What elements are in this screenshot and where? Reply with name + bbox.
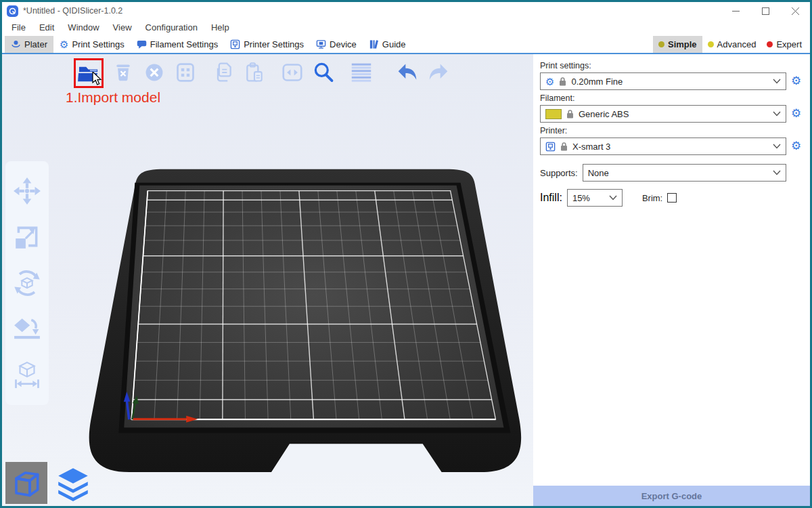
supports-select[interactable]: None [583,164,786,182]
mode-expert[interactable]: Expert [761,36,807,53]
app-icon [7,5,18,17]
printer-select[interactable]: X-smart 3 [540,137,786,155]
plater-icon [11,39,21,49]
printer-gear-button[interactable]: ⚙ [789,137,803,155]
filament-label: Filament: [540,93,803,103]
print-settings-row: ⚙ 0.20mm Fine ⚙ [540,72,803,90]
move-icon[interactable] [11,175,43,207]
infill-row: Infill: 15% Brim: [540,189,803,207]
scale-icon[interactable] [11,221,43,253]
window-controls [721,2,810,20]
minimize-icon[interactable] [721,2,750,20]
tab-label: Device [330,39,357,49]
filament-value: Generic ABS [579,109,629,119]
3d-editor-view-icon[interactable] [5,462,47,504]
lock-icon [566,109,574,119]
gear-icon: ⚙ [60,39,68,49]
app-window: *Untitled - QIDISlicer-1.0.2 File Edit W… [0,0,812,508]
tab-guide[interactable]: Guide [363,36,412,53]
undo-icon[interactable] [394,58,420,87]
close-icon[interactable] [780,2,810,20]
print-settings-gear-button[interactable]: ⚙ [789,72,803,90]
menu-window[interactable]: Window [61,20,106,36]
simple-dot-icon [658,41,664,47]
brim-label: Brim: [642,193,662,203]
chevron-down-icon [773,79,781,84]
mode-simple[interactable]: Simple [653,36,702,53]
infill-select[interactable]: 15% [567,189,623,207]
window-title: *Untitled - QIDISlicer-1.0.2 [23,6,122,16]
mode-label: Simple [668,39,697,49]
tab-printer-settings[interactable]: Printer Settings [224,36,310,53]
place-on-face-icon[interactable] [11,313,43,345]
tab-label: Print Settings [72,39,124,49]
arrange-icon[interactable] [173,58,198,87]
plater-toolbar [74,58,451,88]
gear-icon: ⚙ [545,77,554,87]
layers-editing-icon[interactable] [348,58,374,87]
tab-plater[interactable]: Plater [5,36,53,53]
print-settings-select[interactable]: ⚙ 0.20mm Fine [540,72,786,90]
printer-label: Printer: [540,126,803,135]
chevron-down-icon [773,111,781,117]
maximize-icon[interactable] [750,2,780,20]
menu-bar: File Edit Window View Configuration Help [2,20,810,36]
mode-advanced[interactable]: Advanced [702,36,762,53]
filament-color-swatch [545,109,562,119]
tutorial-annotation: 1.Import model [66,89,160,106]
title-bar: *Untitled - QIDISlicer-1.0.2 [2,2,810,20]
guide-icon [369,39,379,49]
import-highlight-box [74,58,104,88]
rotate-icon[interactable] [11,267,43,299]
delete-all-icon[interactable] [141,58,167,87]
menu-edit[interactable]: Edit [32,20,61,36]
split-objects-icon[interactable] [279,58,305,87]
copy-icon[interactable] [210,58,236,87]
menu-configuration[interactable]: Configuration [139,20,204,36]
lock-icon [559,77,566,86]
chevron-down-icon [773,170,781,175]
sidebar: Print settings: ⚙ 0.20mm Fine ⚙ [533,54,810,506]
main-area: 1.Import model [2,54,810,506]
tab-filament-settings[interactable]: Filament Settings [131,36,224,53]
printer-value: X-smart 3 [572,142,610,152]
menu-help[interactable]: Help [204,20,236,36]
menu-view[interactable]: View [106,20,139,36]
tab-device[interactable]: Device [310,36,363,53]
menu-file[interactable]: File [5,20,32,36]
delete-icon[interactable] [110,58,136,87]
supports-label: Supports: [540,168,578,178]
tab-print-settings[interactable]: ⚙ Print Settings [53,36,131,53]
printer-icon [230,39,240,49]
tab-label: Guide [382,39,406,49]
3d-viewport[interactable]: 1.Import model [2,54,533,506]
tab-bar: Plater ⚙ Print Settings Filament Setting… [2,36,810,54]
search-icon[interactable] [311,58,336,87]
paste-icon[interactable] [242,58,267,87]
measure-icon[interactable] [11,359,43,391]
redo-icon[interactable] [426,58,451,87]
mode-label: Expert [776,39,802,49]
chevron-down-icon [773,144,781,149]
preview-icon[interactable] [52,462,94,504]
infill-label: Infill: [540,192,562,204]
device-icon [316,39,326,49]
supports-row: Supports: None [540,164,786,182]
infill-value: 15% [572,193,590,203]
filament-icon [137,39,147,49]
lock-icon [560,142,568,151]
filament-select[interactable]: Generic ABS [540,105,786,123]
printer-bed [2,54,533,506]
mode-label: Advanced [717,39,757,49]
supports-value: None [588,168,609,178]
filament-gear-button[interactable]: ⚙ [789,105,803,123]
tab-label: Plater [24,39,47,49]
export-gcode-button[interactable]: Export G-code [533,486,810,506]
expert-dot-icon [767,41,773,47]
tab-label: Filament Settings [150,39,218,49]
chevron-down-icon [609,195,617,200]
brim-checkbox[interactable] [667,193,677,203]
mouse-cursor-icon [92,72,102,86]
print-settings-value: 0.20mm Fine [571,77,623,87]
view-toolbar [5,462,94,504]
